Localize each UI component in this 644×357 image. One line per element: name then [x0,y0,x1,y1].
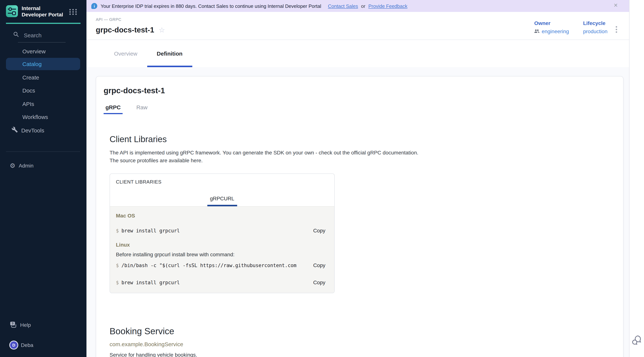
code-row: $brew install grpcurl Copy [116,279,325,285]
idp-logo [6,5,18,19]
tab-grpcurl[interactable]: gRPCURL [210,195,234,201]
booking-service-description: Service for handling vehicle bookings. [110,352,616,357]
lifecycle-value: production [583,28,608,34]
support-chat-icon[interactable] [632,335,642,347]
search-input[interactable] [24,32,67,38]
sidebar-item-label: APIs [22,101,34,107]
copy-button[interactable]: Copy [313,279,325,285]
right-gutter [629,0,644,357]
favorite-star-icon[interactable]: ☆ [158,27,165,34]
sidebar-user-menu[interactable]: D Deba [9,339,33,351]
user-name: Deba [21,342,33,348]
os-heading-linux: Linux [116,242,325,248]
trial-banner: i Your Enterprise IDP trial expires in 8… [86,0,629,12]
sidebar-item-label: Help [20,322,31,328]
command-text: brew install grpcurl [122,228,180,233]
svg-text:?: ? [12,322,14,325]
search-underline [18,42,66,43]
description-line-2: The source protofiles are available here… [110,157,616,165]
sidebar-item-docs[interactable]: Docs [0,84,86,97]
sidebar-item-devtools[interactable]: DevTools [0,124,86,137]
sidebar-search [13,31,67,43]
client-libraries-card-label: CLIENT LIBRARIES [116,179,162,185]
client-libraries-card: CLIENT LIBRARIES gRPCURL Mac OS $brew in… [110,173,335,293]
gear-icon: ⚙ [10,162,16,169]
os-heading-macos: Mac OS [116,213,325,219]
owner-meta: Owner engineering [534,20,569,34]
shell-prompt: $ [116,262,119,268]
page-title: grpc-docs-test-1 [96,26,154,34]
booking-service-section: Booking Service com.example.BookingServi… [110,326,616,357]
tab-overview[interactable]: Overview [104,40,147,67]
sidebar-item-label: Docs [22,87,35,94]
sidebar-item-create[interactable]: Create [0,71,86,84]
sidebar-logo-row: Internal Developer Portal [6,5,67,19]
tab-grpc[interactable]: gRPC [104,104,122,114]
info-icon: i [91,3,97,9]
sidebar-item-label: Catalog [22,61,42,67]
copy-button[interactable]: Copy [313,228,325,233]
sidebar-item-overview[interactable]: Overview [0,45,86,58]
linux-install-note: Before installing grpcurl install brew w… [116,251,325,257]
app-window: Internal Developer Portal Overview Catal… [0,0,644,357]
sidebar-accent-divider [6,23,80,24]
definition-title: grpc-docs-test-1 [104,86,616,95]
description-line-1: The API is implemented using gRPC framew… [110,149,616,157]
shell-prompt: $ [116,280,119,285]
more-options-kebab-icon[interactable] [615,24,618,35]
wrench-icon [12,126,18,134]
code-snippet: $/bin/bash -c "$(curl -fsSL https://raw.… [116,262,308,268]
command-text: brew install grpcurl [122,280,180,285]
code-snippet: $brew install grpcurl [116,280,308,285]
client-libraries-card-body: Mac OS $brew install grpcurl Copy Linux … [110,207,334,293]
code-row: $brew install grpcurl Copy [116,228,325,233]
booking-service-heading: Booking Service [110,326,616,336]
provide-feedback-link[interactable]: Provide Feedback [368,3,408,9]
people-icon [534,28,540,34]
lifecycle-label: Lifecycle [583,20,608,26]
shell-prompt: $ [116,228,119,233]
search-icon [13,31,19,39]
contact-sales-link[interactable]: Contact Sales [328,3,358,9]
sidebar: Internal Developer Portal Overview Catal… [0,0,86,357]
code-row: $/bin/bash -c "$(curl -fsSL https://raw.… [116,262,325,268]
code-snippet: $brew install grpcurl [116,228,308,233]
command-text: /bin/bash -c "$(curl -fsSL https://raw.g… [122,262,296,268]
main-area: i Your Enterprise IDP trial expires in 8… [86,0,629,357]
booking-service-full-name: com.example.BookingService [110,341,616,347]
sidebar-item-label: Workflows [22,114,48,120]
sidebar-item-label: Overview [22,48,46,54]
sidebar-item-help[interactable]: ? Help [10,318,31,331]
sidebar-item-catalog[interactable]: Catalog [6,58,80,70]
format-tabs: gRPC Raw [104,104,616,114]
sidebar-item-workflows[interactable]: Workflows [0,110,86,123]
avatar: D [9,340,18,349]
sidebar-item-label: DevTools [21,127,44,133]
sidebar-item-admin[interactable]: ⚙ Admin [10,159,34,172]
banner-or-text: or [361,3,366,9]
entity-header: API — GRPC grpc-docs-test-1 ☆ Owner [86,12,629,40]
banner-message: Your Enterprise IDP trial expires in 880… [100,3,321,9]
definition-card: grpc-docs-test-1 gRPC Raw Client Librari… [96,76,624,357]
owner-value-link[interactable]: engineering [542,28,569,34]
app-switcher-grid-icon[interactable] [69,9,78,15]
owner-label: Owner [534,20,569,26]
sidebar-item-apis[interactable]: APIs [0,97,86,110]
sidebar-divider [6,151,80,152]
definition-content: grpc-docs-test-1 gRPC Raw Client Librari… [86,67,629,357]
copy-button[interactable]: Copy [313,262,325,268]
client-libraries-heading: Client Libraries [110,134,616,144]
tab-definition[interactable]: Definition [147,40,192,67]
close-icon[interactable]: ✕ [614,2,618,8]
help-chat-icon: ? [10,321,17,329]
client-libraries-description: The API is implemented using gRPC framew… [110,149,616,165]
sidebar-item-label: Create [22,74,39,80]
entity-tabs: Overview Definition [86,40,629,67]
lifecycle-meta: Lifecycle production [583,20,608,34]
sidebar-item-label: Admin [19,163,34,169]
client-libraries-card-header: CLIENT LIBRARIES gRPCURL [110,174,334,207]
breadcrumb[interactable]: API — GRPC [96,17,121,22]
tab-raw[interactable]: Raw [134,104,150,114]
app-title: Internal Developer Portal [22,5,67,18]
